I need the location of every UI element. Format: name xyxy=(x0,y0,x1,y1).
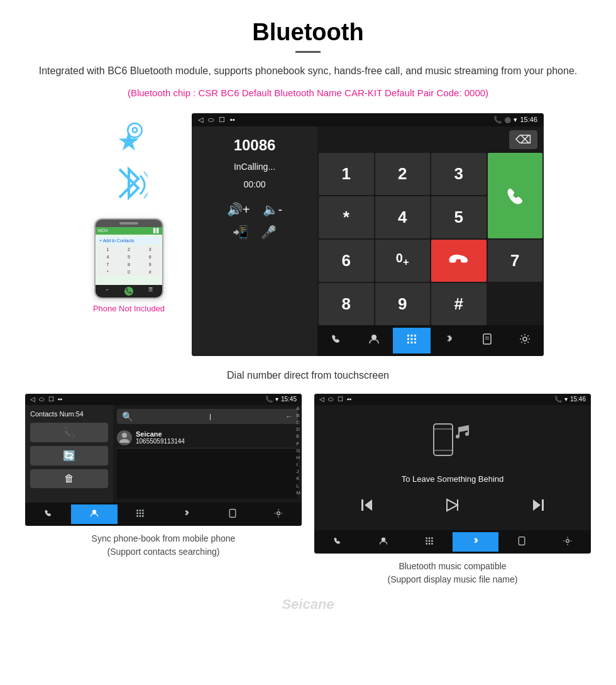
phone-key-1[interactable]: 1 xyxy=(97,246,118,253)
phone-key-hash[interactable]: # xyxy=(140,269,160,276)
music-nav-call[interactable] xyxy=(314,532,360,552)
key-2[interactable]: 2 xyxy=(375,153,431,195)
phone-key-4[interactable]: 4 xyxy=(97,253,118,260)
key-5[interactable]: 5 xyxy=(431,196,487,238)
watermark-text: Seicane xyxy=(282,596,334,612)
svg-rect-17 xyxy=(140,510,141,511)
contact-search-bar[interactable]: 🔍 | ← xyxy=(117,409,298,424)
svg-point-40 xyxy=(382,537,385,541)
volume-up-btn[interactable]: 🔊+ xyxy=(227,202,250,217)
mute-icon[interactable]: 🎤 xyxy=(261,225,277,240)
call-reject-btn[interactable] xyxy=(431,240,487,282)
music-screen-wrap: ◁ ⬭ ☐ ▪▪ 📞 ▾ 15:46 xyxy=(314,394,591,590)
contact-item[interactable]: Seicane 10655059113144 xyxy=(117,428,298,448)
transfer-icon[interactable]: 📲 xyxy=(233,225,248,240)
phone-dialpad: 1 2 3 4 5 6 7 8 9 * 0 # xyxy=(97,246,160,276)
music-nav-contacts[interactable] xyxy=(360,532,406,552)
alpha-H[interactable]: H xyxy=(296,454,300,461)
alphabet-list: A B C D E F G H I J K L M xyxy=(296,405,300,496)
key-4[interactable]: 4 xyxy=(375,196,431,238)
music-next-btn[interactable] xyxy=(529,496,547,518)
volume-down-btn[interactable]: 🔈- xyxy=(263,202,283,217)
contacts-nav-settings[interactable] xyxy=(256,504,302,524)
music-nav-bluetooth[interactable] xyxy=(453,532,498,552)
contacts-recents-icon: ☐ xyxy=(48,396,54,403)
contacts-nav-phonebook[interactable] xyxy=(209,504,255,524)
phone-key-2[interactable]: 2 xyxy=(119,246,140,253)
phone-back-btn[interactable]: ← xyxy=(105,287,110,296)
alpha-K[interactable]: K xyxy=(296,475,300,482)
svg-rect-20 xyxy=(140,512,141,513)
phone-key-6[interactable]: 6 xyxy=(140,253,160,260)
music-nav-dialpad[interactable] xyxy=(407,532,453,552)
phone-key-7[interactable]: 7 xyxy=(97,261,118,268)
svg-point-0 xyxy=(371,335,377,340)
nav-contacts[interactable] xyxy=(355,328,393,354)
svg-rect-7 xyxy=(407,342,409,343)
key-3[interactable]: 3 xyxy=(431,153,487,195)
contacts-delete-btn[interactable]: 🗑 xyxy=(30,469,108,488)
dial-body: 10086 InCalling... 00:00 🔊+ 🔈- 📲 🎤 ⌫ xyxy=(192,126,544,356)
contacts-nav-dialpad[interactable] xyxy=(118,504,163,524)
dial-numpad-panel: ⌫ 1 2 3 * 4 5 6 0+ xyxy=(317,126,544,356)
phone-key-5[interactable]: 5 xyxy=(119,253,140,260)
backspace-icon[interactable]: ← xyxy=(285,412,293,421)
phone-key-3[interactable]: 3 xyxy=(140,246,160,253)
alpha-L[interactable]: L xyxy=(296,482,300,489)
music-bottom-nav xyxy=(314,530,591,554)
alpha-J[interactable]: J xyxy=(296,468,300,475)
phone-key-0[interactable]: 0 xyxy=(119,269,140,276)
contacts-caption: Sync phone-book from mobile phone (Suppo… xyxy=(25,526,302,562)
phone-screen: + Add to Contacts 1 2 3 4 5 6 7 8 9 * 0 … xyxy=(96,235,162,285)
call-accept-btn[interactable] xyxy=(488,153,543,238)
nav-dialpad[interactable] xyxy=(393,328,431,354)
contacts-statusbar-right: 📞 ▾ 15:45 xyxy=(265,396,297,403)
alpha-B[interactable]: B xyxy=(296,412,300,419)
nav-bluetooth[interactable] xyxy=(431,328,468,354)
alpha-A[interactable]: A xyxy=(296,405,300,412)
alpha-F[interactable]: F xyxy=(296,440,300,447)
backspace-btn[interactable]: ⌫ xyxy=(509,130,537,149)
key-9[interactable]: 9 xyxy=(375,283,431,325)
music-prev-btn[interactable] xyxy=(358,496,376,518)
phone-key-8[interactable]: 8 xyxy=(119,261,140,268)
contacts-nav-contacts[interactable] xyxy=(71,504,117,524)
key-8[interactable]: 8 xyxy=(319,283,374,325)
music-home-icon: ⬭ xyxy=(328,396,334,403)
alpha-E[interactable]: E xyxy=(296,433,300,440)
phone-key-9[interactable]: 9 xyxy=(140,261,160,268)
key-hash[interactable]: # xyxy=(431,283,487,325)
nav-call[interactable] xyxy=(317,328,355,354)
nav-settings[interactable] xyxy=(506,328,544,354)
phone-menu-btn[interactable]: ☰ xyxy=(148,287,153,296)
notification-icon: ▪▪ xyxy=(230,116,235,124)
svg-rect-19 xyxy=(137,512,138,513)
music-statusbar: ◁ ⬭ ☐ ▪▪ 📞 ▾ 15:46 xyxy=(314,394,591,405)
back-icon: ◁ xyxy=(198,116,203,124)
alpha-D[interactable]: D xyxy=(296,426,300,433)
svg-rect-39 xyxy=(542,499,544,511)
key-star[interactable]: * xyxy=(319,196,374,238)
alpha-C[interactable]: C xyxy=(296,419,300,426)
key-0[interactable]: 0+ xyxy=(375,240,431,282)
alpha-I[interactable]: I xyxy=(296,461,300,468)
key-6[interactable]: 6 xyxy=(319,240,374,282)
music-play-btn[interactable] xyxy=(444,496,461,518)
contacts-signal-icon: ▾ xyxy=(275,396,278,403)
bt-logo-area xyxy=(110,163,148,209)
phone-key-star[interactable]: * xyxy=(97,269,118,276)
contacts-nav-bluetooth[interactable] xyxy=(163,504,209,524)
phone-call-btn[interactable]: 📞 xyxy=(124,287,133,296)
key-7[interactable]: 7 xyxy=(488,240,543,282)
alpha-M[interactable]: M xyxy=(296,489,300,496)
contacts-sync-btn[interactable]: 🔄 xyxy=(30,446,108,465)
contacts-list-panel: 🔍 | ← Seicane 10655059113144 xyxy=(113,405,302,503)
key-1[interactable]: 1 xyxy=(319,153,374,195)
contacts-call-btn[interactable]: 📞 xyxy=(30,423,108,442)
music-nav-settings[interactable] xyxy=(545,532,591,552)
nav-phone-book[interactable] xyxy=(468,328,506,354)
contacts-nav-call[interactable] xyxy=(25,504,71,524)
dial-caption: Dial number direct from touchscreen xyxy=(0,362,616,394)
music-nav-phonebook[interactable] xyxy=(498,532,544,552)
alpha-G[interactable]: G xyxy=(296,447,300,454)
